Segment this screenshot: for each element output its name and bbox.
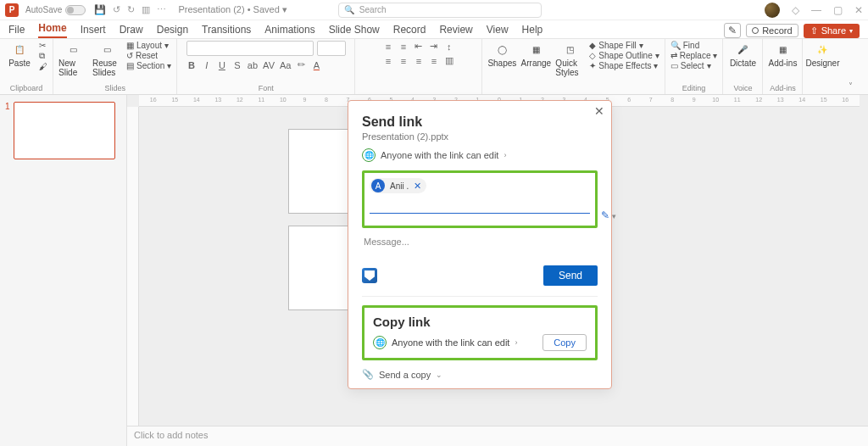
collapse-ribbon-icon[interactable]: ˅ [849,81,853,91]
paste-button[interactable]: 📋 Paste [5,41,34,68]
powerpoint-icon: P [5,3,19,17]
spacing-button[interactable]: AV [263,60,275,70]
group-paragraph: ≡≡⇤⇥↕ ≡≡≡≡▥ [355,39,482,94]
close-icon[interactable]: ✕ [854,4,863,16]
outlook-icon[interactable] [362,268,377,283]
tab-transitions[interactable]: Transitions [202,24,251,38]
tab-animations[interactable]: Animations [264,24,314,38]
bullets-button[interactable]: ≡ [383,42,393,52]
addins-button[interactable]: ▦Add-ins [768,41,797,68]
close-dialog-button[interactable]: ✕ [594,104,604,118]
shadow-button[interactable]: ab [248,60,258,70]
shape-effects-button[interactable]: ✦ Shape Effects ▾ [589,61,659,70]
justify-button[interactable]: ≡ [429,56,439,66]
reuse-slides-button[interactable]: ▭Reuse Slides [92,41,121,77]
italic-button[interactable]: I [202,60,212,70]
record-button[interactable]: Record [746,24,798,37]
search-icon: 🔍 [344,5,354,14]
dialog-subtitle: Presentation (2).pptx [362,131,598,142]
start-icon[interactable]: ▥ [142,4,150,15]
tab-slideshow[interactable]: Slide Show [329,24,380,38]
recipient-avatar: A [371,179,385,192]
coming-soon-icon[interactable]: ◇ [792,4,799,16]
group-editing: 🔍 Find ⇄ Replace ▾ ▭ Select ▾ Editing [665,39,724,94]
quick-access-toolbar: 💾 ↺ ↻ ▥ ⋯ [94,4,166,15]
case-button[interactable]: Aa [280,60,291,70]
reset-button[interactable]: ↺ Reset [126,51,171,60]
columns-button[interactable]: ▥ [444,55,454,66]
format-painter-button[interactable]: 🖌 [39,62,47,71]
more-icon[interactable]: ⋯ [157,4,166,15]
copy-button[interactable]: Copy [542,334,587,351]
save-icon[interactable]: 💾 [94,4,106,15]
align-center-button[interactable]: ≡ [398,56,409,66]
bold-button[interactable]: B [186,60,197,70]
send-a-copy-button[interactable]: 📎 Send a copy ⌄ [348,360,611,380]
font-family-select[interactable] [186,41,314,56]
search-input[interactable]: 🔍 Search [338,3,542,18]
tab-insert[interactable]: Insert [81,24,106,38]
tab-home[interactable]: Home [38,22,66,38]
message-input[interactable]: Message... [364,237,596,247]
tab-view[interactable]: View [487,24,509,38]
minimize-icon[interactable]: — [811,4,821,16]
designer-button[interactable]: ✨Designer [808,41,837,68]
share-button[interactable]: ⇧Share▾ [804,24,860,38]
copy-permissions-button[interactable]: 🌐 Anyone with the link can edit› [373,336,517,349]
vertical-ruler [127,107,139,426]
font-color-button[interactable]: A [311,60,321,70]
edit-permission-icon[interactable]: ✎ ▾ [601,209,616,221]
toggle-icon[interactable] [65,5,86,15]
linespacing-button[interactable]: ↕ [444,42,454,52]
copy-button[interactable]: ⧉ [39,51,47,61]
thumb-index: 1 [5,102,10,159]
redo-icon[interactable]: ↻ [127,4,135,15]
document-name[interactable]: Presentation (2) • Saved ▾ [178,4,287,15]
find-button[interactable]: 🔍 Find [670,41,718,50]
copy-link-highlight: Copy link 🌐 Anyone with the link can edi… [362,305,598,360]
quickstyles-button[interactable]: ◳Quick Styles [555,41,584,77]
shape-outline-button[interactable]: ◇ Shape Outline ▾ [589,51,659,60]
tab-file[interactable]: File [8,24,25,38]
select-button[interactable]: ▭ Select ▾ [670,61,718,70]
indent-dec-button[interactable]: ⇤ [414,41,424,52]
font-format-row: B I U S ab AV Aa ✏ A [186,59,322,70]
highlight-button[interactable]: ✏ [296,59,306,70]
comments-icon[interactable]: ✎ [724,23,741,38]
underline-button[interactable]: U [217,60,227,70]
slide-thumbnail-1[interactable] [14,102,115,159]
arrange-button[interactable]: ▦Arrange [521,41,550,68]
tab-help[interactable]: Help [522,24,543,38]
maximize-icon[interactable]: ▢ [833,4,843,16]
recipient-input[interactable] [370,198,590,214]
reuse-icon: ▭ [98,41,115,58]
autosave-toggle[interactable]: AutoSave [25,5,86,15]
send-button[interactable]: Send [543,265,598,286]
replace-button[interactable]: ⇄ Replace ▾ [670,51,718,60]
notes-pane[interactable]: Click to add notes [127,426,868,446]
shape-fill-button[interactable]: ◆ Shape Fill ▾ [589,41,659,50]
remove-recipient-icon[interactable]: ✕ [414,181,421,192]
new-slide-button[interactable]: ▭New Slide [58,41,87,77]
strike-button[interactable]: S [232,60,242,70]
undo-icon[interactable]: ↺ [113,4,120,15]
recipient-chip[interactable]: A Anii . ✕ [370,178,426,193]
numbering-button[interactable]: ≡ [398,42,409,52]
indent-inc-button[interactable]: ⇥ [429,41,439,52]
group-voice: 🎤Dictate Voice [723,39,763,94]
section-button[interactable]: ▤ Section ▾ [126,61,171,70]
avatar[interactable] [765,3,780,18]
tab-design[interactable]: Design [157,24,188,38]
tab-draw[interactable]: Draw [120,24,143,38]
align-left-button[interactable]: ≡ [383,56,393,66]
dictate-button[interactable]: 🎤Dictate [728,41,757,68]
align-right-button[interactable]: ≡ [414,56,424,66]
link-permissions-button[interactable]: 🌐 Anyone with the link can edit› [362,148,598,162]
tab-review[interactable]: Review [439,24,472,38]
layout-button[interactable]: ▦ Layout ▾ [126,41,171,50]
group-font: B I U S ab AV Aa ✏ A Font [177,39,355,94]
cut-button[interactable]: ✂ [39,41,47,50]
font-size-select[interactable] [317,41,346,56]
tab-record[interactable]: Record [393,24,426,38]
shapes-button[interactable]: ◯Shapes [487,41,516,68]
